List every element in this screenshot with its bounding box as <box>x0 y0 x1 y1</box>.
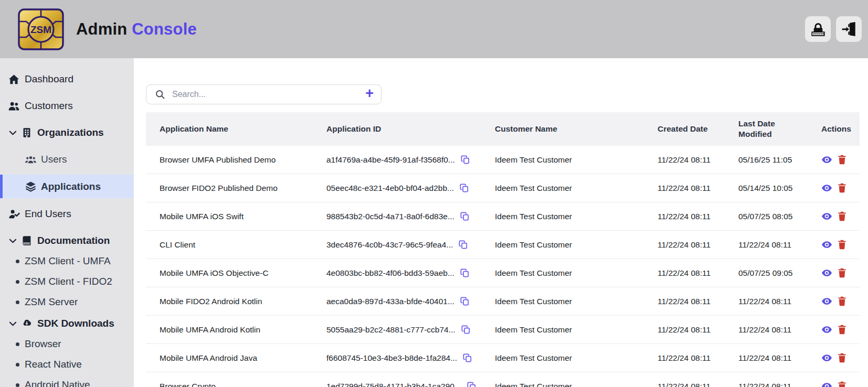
modified-date-cell: 11/22/24 08:11 <box>738 353 821 363</box>
customer-name-cell: Ideem Test Customer <box>495 382 658 387</box>
copy-icon <box>460 268 470 278</box>
copy-icon <box>460 211 470 221</box>
delete-application-button[interactable] <box>837 381 847 387</box>
copy-id-button[interactable] <box>458 240 468 250</box>
delete-application-button[interactable] <box>837 267 847 278</box>
copy-id-button[interactable] <box>467 381 477 387</box>
eye-icon <box>821 211 832 222</box>
delete-application-button[interactable] <box>837 324 847 335</box>
sidebar: Dashboard Customers <box>0 58 134 387</box>
sidebar-item-organizations[interactable]: Organizations <box>0 124 134 141</box>
application-name-cell: Mobile FIDO2 Android Kotlin <box>146 297 326 306</box>
bullet-icon <box>16 363 19 367</box>
sidebar-item-zsm-client-fido2[interactable]: ZSM Client - FIDO2 <box>0 274 134 289</box>
eye-icon <box>821 267 832 278</box>
eye-icon <box>821 239 832 250</box>
sidebar-item-label: Users <box>41 154 67 165</box>
table-row: Mobile UMFA Android Java f6608745-10e3-4… <box>146 344 860 372</box>
application-id-cell: f6608745-10e3-4be3-b8de-1fa284... <box>326 353 495 363</box>
change-password-button[interactable] <box>805 16 831 42</box>
delete-application-button[interactable] <box>837 352 847 363</box>
sidebar-item-zsm-server[interactable]: ZSM Server <box>0 295 134 309</box>
user-check-icon <box>8 208 20 220</box>
view-application-button[interactable] <box>821 352 832 363</box>
sidebar-item-customers[interactable]: Customers <box>0 98 134 114</box>
delete-application-button[interactable] <box>837 211 847 222</box>
view-application-button[interactable] <box>821 381 832 387</box>
view-application-button[interactable] <box>821 296 832 307</box>
sidebar-item-zsm-client-umfa[interactable]: ZSM Client - UMFA <box>0 254 134 268</box>
application-id-value: 4e0803bc-bb82-4f06-bdd3-59aeb... <box>326 268 454 278</box>
application-id-value: aeca0da9-897d-433a-bfde-40401... <box>326 297 454 306</box>
copy-id-button[interactable] <box>461 325 471 335</box>
bullet-icon <box>16 383 19 387</box>
view-application-button[interactable] <box>821 239 832 250</box>
column-header-customer-name: Customer Name <box>495 124 658 134</box>
logout-button[interactable] <box>836 16 862 42</box>
application-name-cell: Browser FIDO2 Published Demo <box>146 184 326 193</box>
view-application-button[interactable] <box>821 154 832 165</box>
view-application-button[interactable] <box>821 182 832 194</box>
sidebar-item-label: Customers <box>25 100 73 112</box>
actions-cell <box>821 239 860 250</box>
chevron-down-icon <box>8 236 18 246</box>
applications-table: Application Name Application ID Customer… <box>146 112 860 387</box>
sidebar-item-android-native[interactable]: Android Native <box>0 378 134 387</box>
sidebar-item-label: Applications <box>41 181 101 192</box>
actions-cell <box>821 182 860 194</box>
sidebar-item-documentation[interactable]: Documentation <box>0 232 134 249</box>
copy-id-button[interactable] <box>459 183 469 193</box>
sidebar-item-sdk-downloads[interactable]: SDK Downloads <box>0 315 134 332</box>
delete-application-button[interactable] <box>837 182 847 194</box>
modified-date-cell: 11/22/24 08:11 <box>738 382 821 387</box>
delete-application-button[interactable] <box>837 154 847 165</box>
eye-icon <box>821 182 832 194</box>
sidebar-item-dashboard[interactable]: Dashboard <box>0 71 134 88</box>
sidebar-item-browser[interactable]: Browser <box>0 337 134 351</box>
customer-name-cell: Ideem Test Customer <box>495 240 658 250</box>
sidebar-item-applications[interactable]: Applications <box>0 175 134 198</box>
layers-icon <box>25 180 37 192</box>
copy-id-button[interactable] <box>460 268 470 278</box>
sidebar-item-users[interactable]: Users <box>0 151 134 168</box>
logo-text: ZSM <box>30 24 51 35</box>
copy-id-button[interactable] <box>462 353 472 363</box>
sidebar-item-react-native[interactable]: React Native <box>0 357 134 372</box>
application-id-cell: aeca0da9-897d-433a-bfde-40401... <box>326 296 495 306</box>
delete-application-button[interactable] <box>837 239 847 250</box>
copy-id-button[interactable] <box>460 155 470 165</box>
add-application-button[interactable]: + <box>365 87 374 102</box>
sidebar-item-label: SDK Downloads <box>37 318 114 329</box>
modified-date-cell: 11/22/24 08:11 <box>738 240 821 250</box>
zsm-logo: ZSM <box>17 8 65 51</box>
created-date-cell: 11/22/24 08:11 <box>658 240 738 250</box>
application-name-cell: Mobile UMFA iOS Swift <box>146 212 326 221</box>
customer-name-cell: Ideem Test Customer <box>495 184 658 193</box>
header-actions <box>805 16 862 42</box>
copy-id-button[interactable] <box>460 296 470 306</box>
view-application-button[interactable] <box>821 267 832 278</box>
eye-icon <box>821 324 832 335</box>
copy-id-button[interactable] <box>460 211 470 221</box>
lock-password-icon <box>810 21 827 38</box>
view-application-button[interactable] <box>821 324 832 335</box>
application-id-cell: 5055aa29-b2c2-4881-c777-ccb74... <box>326 325 495 335</box>
search-input[interactable] <box>171 89 365 100</box>
sidebar-item-label: ZSM Client - FIDO2 <box>25 276 112 287</box>
column-header-application-name: Application Name <box>146 124 326 134</box>
page-title: Admin Console <box>76 20 197 39</box>
bullet-icon <box>16 280 19 284</box>
eye-icon <box>821 154 832 165</box>
application-id-cell: 3dec4876-4c0b-43c7-96c5-9fea4... <box>326 240 495 250</box>
created-date-cell: 11/22/24 08:11 <box>658 353 738 363</box>
sidebar-item-end-users[interactable]: End Users <box>0 206 134 222</box>
column-header-last-date-modified: Last Date Modified <box>738 119 821 139</box>
application-id-cell: 1ed7299d-75d8-4171-b3b4-1ca290... <box>326 381 495 387</box>
trash-icon <box>837 154 847 165</box>
view-application-button[interactable] <box>821 211 832 222</box>
main-content: + Application Name Application ID Custom… <box>134 58 868 387</box>
table-header-row: Application Name Application ID Customer… <box>146 112 860 146</box>
created-date-cell: 11/22/24 08:11 <box>658 382 738 387</box>
delete-application-button[interactable] <box>837 296 847 307</box>
modified-date-cell: 05/07/25 08:05 <box>738 212 821 221</box>
